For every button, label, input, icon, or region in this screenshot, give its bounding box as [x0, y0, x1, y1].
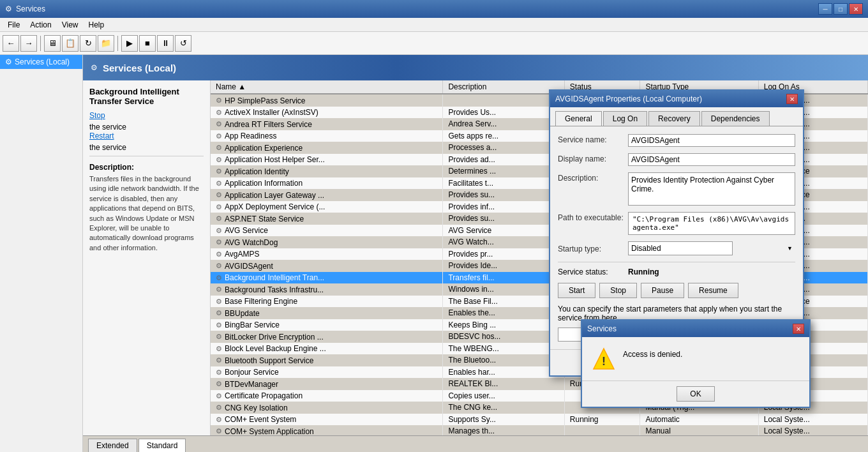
cell-name: ⚙COM+ System Application	[211, 425, 443, 435]
table-row[interactable]: ⚙COM+ Event SystemSupports Sy...RunningA…	[211, 414, 868, 426]
cell-description: Provides su...	[443, 189, 564, 201]
cell-name: ⚙HP SimplePass Service	[211, 94, 443, 107]
close-button[interactable]: ✕	[849, 3, 863, 15]
cell-name: ⚙BitLocker Drive Encryption ...	[211, 331, 443, 343]
path-row: Path to executable: "C:\Program Files (x…	[558, 212, 795, 235]
dialog-tab-logon[interactable]: Log On	[603, 111, 647, 126]
path-value: "C:\Program Files (x86)\AVG\Av\avgidsage…	[628, 212, 795, 235]
menu-view[interactable]: View	[57, 19, 84, 31]
error-dialog-content: ! Access is denied.	[582, 337, 809, 380]
cell-description: AVG Watch...	[443, 236, 564, 248]
window-title: Services	[16, 4, 45, 13]
start-button[interactable]: Start	[558, 283, 595, 298]
svg-text:!: !	[602, 355, 606, 368]
toolbar-forward[interactable]: →	[20, 35, 37, 52]
dialog-title: AVGIDSAgent Properties (Local Computer)	[555, 94, 702, 103]
cell-name: ⚙App Readiness	[211, 130, 443, 142]
col-name[interactable]: Name ▲	[211, 80, 443, 94]
error-dialog-close[interactable]: ✕	[793, 324, 804, 334]
content-header-title: Services (Local)	[103, 63, 176, 73]
startup-row: Startup type: Automatic Automatic (Delay…	[558, 241, 795, 255]
display-name-label: Display name:	[558, 153, 628, 163]
toolbar-restart[interactable]: ↺	[175, 35, 191, 52]
display-name-input[interactable]	[628, 153, 795, 166]
stop-service-text: the service	[89, 123, 126, 132]
dialog-content: Service name: Display name: Description:…	[550, 126, 803, 349]
cell-description: Supports Sy...	[443, 414, 564, 426]
cell-name: ⚙Application Experience	[211, 142, 443, 154]
menu-file[interactable]: File	[3, 19, 25, 31]
cell-name: ⚙ASP.NET State Service	[211, 213, 443, 225]
dialog-tab-recovery[interactable]: Recovery	[648, 111, 700, 126]
cell-name: ⚙Application Identity	[211, 165, 443, 177]
cell-name: ⚙Application Host Helper Ser...	[211, 154, 443, 166]
maximize-button[interactable]: □	[834, 3, 848, 15]
cell-status: Running	[564, 414, 640, 426]
description-label: Description:	[558, 172, 628, 183]
app-icon: ⚙	[5, 4, 12, 13]
service-name-input[interactable]	[628, 134, 795, 147]
cell-name: ⚙BingBar Service	[211, 319, 443, 331]
description-textarea[interactable]	[628, 172, 795, 206]
desc-text: Transfers files in the background using …	[89, 174, 204, 253]
restart-service-link[interactable]: Restart	[89, 132, 204, 140]
menu-help[interactable]: Help	[84, 19, 110, 31]
desc-label: Description:	[89, 163, 204, 172]
cell-name: ⚙Background Tasks Infrastru...	[211, 283, 443, 296]
display-name-row: Display name:	[558, 153, 795, 166]
dialog-title-bar: AVGIDSAgent Properties (Local Computer) …	[550, 91, 803, 107]
cell-logon: Local Syste...	[758, 425, 867, 435]
restart-service-text: the service	[89, 143, 126, 152]
menu-bar: File Action View Help	[0, 18, 868, 32]
cell-name: ⚙Application Layer Gateway ...	[211, 189, 443, 201]
tab-standard[interactable]: Standard	[138, 439, 186, 452]
cell-description: AVG Service	[443, 225, 564, 237]
cell-startup: Manual	[640, 425, 758, 435]
pause-button[interactable]: Pause	[641, 283, 684, 298]
startup-select[interactable]: Automatic Automatic (Delayed Start) Manu…	[628, 241, 733, 255]
toolbar-back[interactable]: ←	[3, 35, 19, 52]
cell-name: ⚙Base Filtering Engine	[211, 296, 443, 308]
left-tree-services[interactable]: ⚙ Services (Local)	[0, 55, 82, 69]
toolbar-btn3[interactable]: 📁	[98, 35, 114, 52]
cell-name: ⚙COM+ Event System	[211, 414, 443, 426]
info-panel: Background Intelligent Transfer Service …	[83, 80, 211, 435]
toolbar-sep1	[40, 36, 41, 51]
service-name-label: Service name:	[558, 134, 628, 144]
dialog-tabs: General Log On Recovery Dependencies	[550, 107, 803, 126]
toolbar-btn1[interactable]: 🖥	[44, 35, 61, 52]
cell-description: Facilitates t...	[443, 177, 564, 190]
cell-description: Gets apps re...	[443, 130, 564, 142]
cell-description: The WBENG...	[443, 343, 564, 355]
toolbar-btn2[interactable]: 📋	[62, 35, 79, 52]
cell-name: ⚙Application Information	[211, 177, 443, 190]
dialog-tab-dependencies[interactable]: Dependencies	[701, 111, 770, 126]
resume-button[interactable]: Resume	[688, 283, 738, 298]
cell-name: ⚙AVG WatchDog	[211, 236, 443, 248]
content-header-icon: ⚙	[91, 63, 98, 72]
cell-description: The CNG ke...	[443, 402, 564, 414]
toolbar-refresh[interactable]: ↻	[80, 35, 96, 52]
col-description[interactable]: Description	[443, 80, 564, 94]
stop-button[interactable]: Stop	[599, 283, 637, 298]
cell-name: ⚙BTDevManager	[211, 378, 443, 390]
minimize-button[interactable]: ─	[818, 3, 832, 15]
dialog-close-button[interactable]: ✕	[786, 94, 798, 104]
info-divider	[89, 156, 204, 156]
error-ok-button[interactable]: OK	[677, 386, 715, 402]
startup-label: Startup type:	[558, 243, 628, 253]
stop-service-link[interactable]: Stop	[89, 111, 204, 120]
cell-description: Provides inf...	[443, 201, 564, 213]
dialog-tab-general[interactable]: General	[555, 111, 602, 126]
cell-name: ⚙AppX Deployment Service (...	[211, 201, 443, 213]
cell-description: Provides su...	[443, 213, 564, 225]
toolbar-play[interactable]: ▶	[121, 35, 138, 52]
menu-action[interactable]: Action	[25, 19, 56, 31]
toolbar-pause[interactable]: ⏸	[157, 35, 174, 52]
cell-name: ⚙ActiveX Installer (AxInstSV)	[211, 107, 443, 119]
tab-extended[interactable]: Extended	[88, 439, 137, 452]
cell-description: The Bluetoo...	[443, 354, 564, 366]
toolbar-sep2	[117, 36, 118, 51]
toolbar-stop[interactable]: ■	[139, 35, 156, 52]
table-row[interactable]: ⚙COM+ System ApplicationManages th...Man…	[211, 425, 868, 435]
